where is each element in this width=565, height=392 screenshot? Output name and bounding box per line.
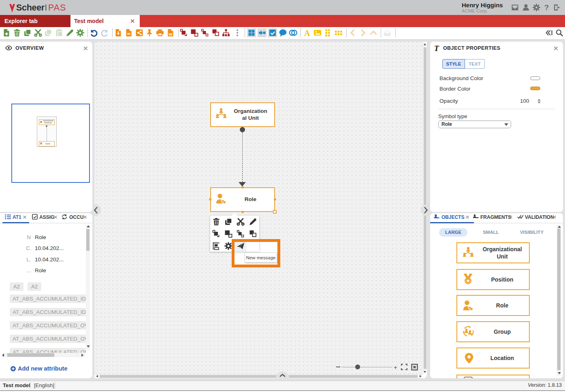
svg-text:Scheer: Scheer [16, 3, 45, 13]
svg-text:W: W [169, 32, 173, 36]
svg-text:PAS: PAS [48, 3, 66, 13]
svg-text:?: ? [544, 4, 549, 11]
svg-text:A: A [304, 29, 310, 37]
